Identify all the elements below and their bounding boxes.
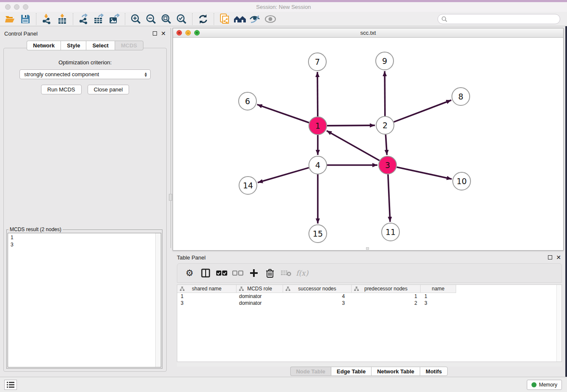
criterion-dropdown[interactable]: strongly connected component ▲▼	[19, 69, 151, 79]
tab-select[interactable]: Select	[86, 41, 114, 50]
select-all-columns-icon[interactable]	[215, 266, 229, 280]
column-header-name[interactable]: name	[421, 285, 456, 293]
toolbar-separator	[192, 13, 193, 25]
hide-selected-icon[interactable]	[248, 12, 263, 26]
session-title: Session: New Session	[0, 4, 567, 10]
task-history-button[interactable]	[4, 380, 17, 390]
edge-3-11[interactable]	[388, 174, 390, 222]
graph-node-15[interactable]: 15	[309, 225, 327, 243]
table-cell[interactable]: 3	[283, 300, 352, 306]
table-cell[interactable]: 1	[352, 293, 421, 300]
first-neighbors-icon[interactable]	[232, 12, 248, 26]
edge-3-10[interactable]	[396, 167, 451, 179]
zoom-fit-icon[interactable]	[159, 12, 174, 26]
table-row[interactable]: 1dominator411	[177, 293, 561, 300]
memory-button[interactable]: Memory	[527, 380, 562, 390]
new-network-from-selection-icon[interactable]	[217, 12, 232, 26]
column-settings-gear-icon[interactable]: ⚙	[182, 266, 197, 280]
network-graph[interactable]: 7968124314101511	[173, 38, 563, 250]
graph-node-1[interactable]: 1	[309, 117, 327, 135]
delete-row-icon[interactable]	[263, 266, 277, 280]
table-cell[interactable]: 4	[283, 293, 352, 300]
save-session-icon[interactable]	[18, 12, 33, 26]
search-input[interactable]	[449, 16, 560, 22]
tab-motifs[interactable]: Motifs	[420, 367, 448, 376]
apply-function-icon[interactable]: f(x)	[295, 266, 309, 280]
tab-style[interactable]: Style	[61, 41, 86, 50]
edge-1-2[interactable]	[327, 125, 375, 126]
table-cell-filler	[456, 300, 561, 306]
graph-node-3[interactable]: 3	[379, 156, 396, 174]
svg-text:15: 15	[313, 229, 323, 238]
delete-table-icon[interactable]	[279, 266, 293, 280]
divider-grip[interactable]	[169, 194, 172, 201]
graph-node-10[interactable]: 10	[453, 172, 471, 190]
graph-node-6[interactable]: 6	[239, 92, 256, 110]
edge-2-3[interactable]	[385, 135, 387, 155]
svg-text:10: 10	[457, 177, 467, 186]
export-network-icon[interactable]	[76, 12, 91, 26]
panel-divider[interactable]	[171, 28, 171, 248]
refresh-icon[interactable]	[195, 12, 211, 26]
network-window-titlebar[interactable]: ✕ − + scc.txt	[173, 28, 563, 38]
table-cell[interactable]: 1	[421, 293, 456, 300]
float-table-panel-icon[interactable]	[548, 255, 552, 259]
tab-edge-table[interactable]: Edge Table	[331, 367, 371, 376]
optimization-criterion-label: Optimization criterion:	[4, 59, 166, 66]
zoom-in-icon[interactable]	[128, 12, 143, 26]
table-scrollbar[interactable]	[556, 285, 561, 362]
edge-1-6[interactable]	[257, 105, 309, 123]
table-cell[interactable]: dominator	[237, 293, 283, 300]
export-table-icon[interactable]	[91, 12, 107, 26]
table-cell[interactable]: 3	[421, 300, 456, 306]
graph-node-4[interactable]: 4	[309, 156, 327, 174]
tab-network-table[interactable]: Network Table	[371, 367, 420, 376]
table-cell[interactable]: dominator	[237, 300, 283, 306]
graph-node-9[interactable]: 9	[376, 52, 394, 70]
add-row-icon[interactable]	[247, 266, 261, 280]
table-cell[interactable]: 3	[177, 300, 237, 306]
network-resize-grip[interactable]	[366, 247, 369, 250]
column-header-mcds-role[interactable]: MCDS role	[237, 285, 283, 293]
edge-2-9[interactable]	[385, 71, 385, 116]
graph-node-11[interactable]: 11	[382, 223, 399, 241]
column-header-shared-name[interactable]: shared name	[177, 285, 237, 293]
table-hscrollbar[interactable]	[177, 362, 562, 367]
tab-node-table[interactable]: Node Table	[290, 367, 331, 376]
show-column-icon[interactable]	[198, 266, 213, 280]
import-network-icon[interactable]	[39, 12, 55, 26]
search-box[interactable]	[438, 14, 560, 24]
mcds-result-text[interactable]: 13	[8, 233, 161, 367]
open-file-icon[interactable]	[3, 12, 18, 26]
table-cell[interactable]: 2	[352, 300, 421, 306]
table-cell[interactable]: 1	[177, 293, 237, 300]
float-panel-icon[interactable]	[153, 31, 157, 36]
graph-node-2[interactable]: 2	[376, 116, 394, 134]
network-canvas[interactable]: 7968124314101511	[173, 38, 563, 250]
svg-text:14: 14	[243, 181, 253, 190]
edge-1-7[interactable]	[317, 72, 318, 116]
zoom-selected-icon[interactable]	[174, 12, 189, 26]
edge-4-14[interactable]	[258, 168, 309, 182]
graph-node-14[interactable]: 14	[239, 177, 257, 194]
graph-node-7[interactable]: 7	[308, 53, 326, 71]
unselect-all-columns-icon[interactable]	[231, 266, 245, 280]
edge-2-8[interactable]	[394, 100, 451, 122]
result-scrollbar[interactable]	[155, 233, 161, 367]
zoom-out-icon[interactable]	[143, 12, 159, 26]
table-row[interactable]: 3dominator323	[177, 300, 561, 306]
edge-3-1[interactable]	[327, 131, 380, 160]
close-panel-icon[interactable]: ✕	[161, 31, 166, 36]
show-all-icon[interactable]	[263, 12, 278, 26]
import-table-icon[interactable]	[55, 12, 70, 26]
tab-network[interactable]: Network	[27, 41, 61, 50]
column-header-successor-nodes[interactable]: successor nodes	[283, 285, 352, 293]
close-table-panel-icon[interactable]: ✕	[556, 255, 561, 259]
tab-mcds[interactable]: MCDS	[115, 41, 143, 50]
export-image-icon[interactable]	[107, 12, 122, 26]
close-panel-button[interactable]: Close panel	[88, 85, 129, 94]
column-header-predecessor-nodes[interactable]: predecessor nodes	[352, 285, 421, 293]
run-mcds-button[interactable]: Run MCDS	[41, 85, 82, 94]
graph-node-8[interactable]: 8	[452, 88, 470, 105]
titlebar[interactable]: Session: New Session	[0, 2, 567, 12]
